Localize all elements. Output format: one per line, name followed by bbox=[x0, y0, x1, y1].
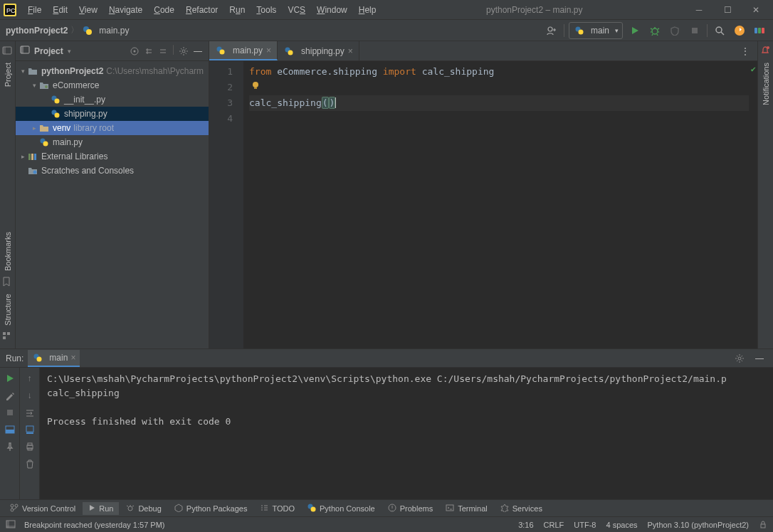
tree-root-hint: C:\Users\mshah\Pycharm bbox=[106, 66, 204, 76]
tree-external-libs[interactable]: ▸ External Libraries bbox=[16, 149, 209, 164]
scroll-to-end-icon[interactable] bbox=[22, 422, 38, 437]
modify-run-config-icon[interactable] bbox=[2, 388, 18, 403]
tool-debug[interactable]: Debug bbox=[120, 501, 167, 516]
menu-navigate[interactable]: Navigate bbox=[104, 3, 147, 17]
stop-button[interactable] bbox=[687, 23, 703, 38]
tree-root[interactable]: ▾ pythonProject2 C:\Users\mshah\Pycharm bbox=[16, 64, 209, 78]
lock-icon[interactable] bbox=[759, 520, 767, 530]
file-encoding[interactable]: UTF-8 bbox=[574, 521, 596, 529]
hide-panel-icon[interactable]: — bbox=[191, 45, 204, 58]
menu-run[interactable]: Run bbox=[224, 3, 250, 17]
tree-ecommerce[interactable]: ▾ eCommerce bbox=[16, 78, 209, 92]
breadcrumb-project[interactable]: pythonProject2 bbox=[6, 26, 68, 36]
left-tool-gutter: Project Bookmarks Structure bbox=[0, 41, 16, 349]
left-gutter-bookmarks[interactable]: Bookmarks bbox=[4, 228, 12, 275]
minimize-button[interactable]: ─ bbox=[688, 1, 710, 18]
tree-main-label: main.py bbox=[53, 137, 83, 147]
add-user-icon[interactable] bbox=[544, 23, 559, 38]
close-icon[interactable]: × bbox=[266, 46, 271, 55]
run-config-selector[interactable]: main bbox=[569, 22, 623, 39]
ide-update-icon[interactable] bbox=[732, 23, 747, 38]
breadcrumb-file[interactable]: main.py bbox=[82, 25, 129, 36]
menu-tools[interactable]: Tools bbox=[251, 3, 281, 17]
menu-vcs[interactable]: VCS bbox=[283, 3, 310, 17]
tree-shipping-py[interactable]: shipping.py bbox=[16, 107, 209, 121]
select-opened-file-icon[interactable] bbox=[128, 45, 141, 58]
run-config-label: main bbox=[591, 26, 609, 36]
tool-label: Terminal bbox=[458, 504, 488, 513]
chevron-down-icon[interactable]: ▾ bbox=[19, 68, 27, 75]
menu-view[interactable]: View bbox=[74, 3, 102, 17]
line-separator[interactable]: CRLF bbox=[544, 521, 564, 529]
editor-marker-bar[interactable]: ✔ bbox=[749, 61, 757, 349]
hide-panel-icon[interactable]: — bbox=[752, 351, 767, 366]
menu-file[interactable]: File bbox=[23, 3, 46, 17]
project-tree[interactable]: ▾ pythonProject2 C:\Users\mshah\Pycharm … bbox=[16, 61, 209, 349]
interpreter[interactable]: Python 3.10 (pythonProject2) bbox=[648, 521, 749, 529]
menu-edit[interactable]: Edit bbox=[48, 3, 73, 17]
tab-options-icon[interactable]: ⋮ bbox=[737, 43, 753, 59]
close-button[interactable]: ✕ bbox=[745, 1, 767, 18]
tree-main-py[interactable]: main.py bbox=[16, 135, 209, 149]
code-editor[interactable]: 1 2 3 4 from eCommerce.shipping import c… bbox=[209, 61, 757, 349]
tool-windows-icon[interactable] bbox=[6, 519, 16, 531]
project-gutter-icon[interactable] bbox=[2, 46, 14, 57]
close-icon[interactable]: × bbox=[348, 46, 353, 56]
inspection-ok-icon[interactable]: ✔ bbox=[751, 64, 756, 74]
bell-icon[interactable] bbox=[760, 46, 772, 57]
run-tab-main[interactable]: main × bbox=[28, 350, 80, 367]
pin-icon[interactable] bbox=[2, 439, 18, 454]
maximize-button[interactable]: ☐ bbox=[716, 1, 739, 18]
console-output[interactable]: C:\Users\mshah\PycharmProjects\pythonPro… bbox=[40, 368, 773, 499]
stop-icon[interactable] bbox=[2, 405, 18, 420]
close-icon[interactable]: × bbox=[70, 353, 75, 363]
tree-scratches[interactable]: Scratches and Consoles bbox=[16, 164, 209, 178]
right-gutter-notifications[interactable]: Notifications bbox=[762, 58, 770, 110]
tool-services[interactable]: Services bbox=[495, 501, 548, 516]
chevron-down-icon[interactable]: ▾ bbox=[30, 82, 38, 89]
coverage-button[interactable] bbox=[667, 23, 683, 38]
chevron-right-icon[interactable]: ▸ bbox=[30, 124, 38, 132]
bookmark-icon[interactable] bbox=[2, 277, 14, 288]
indent-setting[interactable]: 4 spaces bbox=[606, 521, 637, 529]
tool-python-packages[interactable]: Python Packages bbox=[169, 501, 253, 516]
expand-all-icon[interactable] bbox=[142, 45, 155, 58]
tool-run[interactable]: Run bbox=[83, 502, 119, 515]
tool-python-console[interactable]: Python Console bbox=[302, 501, 381, 516]
run-button[interactable] bbox=[627, 23, 643, 38]
menu-code[interactable]: Code bbox=[149, 3, 179, 17]
layout-icon[interactable] bbox=[2, 422, 18, 437]
menu-window[interactable]: Window bbox=[312, 3, 352, 17]
settings-icon[interactable] bbox=[732, 351, 747, 366]
debug-button[interactable] bbox=[647, 23, 663, 38]
svg-point-27 bbox=[55, 99, 60, 104]
left-gutter-structure[interactable]: Structure bbox=[4, 289, 12, 330]
tool-todo[interactable]: TODO bbox=[254, 501, 300, 516]
ide-features-icon[interactable] bbox=[752, 23, 767, 38]
menu-refactor[interactable]: Refactor bbox=[181, 3, 223, 17]
down-icon[interactable]: ↓ bbox=[22, 388, 38, 403]
tree-init-py[interactable]: __init__.py bbox=[16, 92, 209, 107]
tool-problems[interactable]: Problems bbox=[382, 501, 438, 516]
menu-help[interactable]: Help bbox=[354, 3, 382, 17]
up-icon[interactable]: ↑ bbox=[22, 371, 38, 386]
tab-main-py[interactable]: main.py × bbox=[209, 41, 278, 60]
rerun-icon[interactable] bbox=[2, 371, 18, 386]
structure-icon[interactable] bbox=[2, 331, 14, 343]
tool-terminal[interactable]: Terminal bbox=[440, 501, 493, 516]
settings-icon[interactable] bbox=[177, 45, 190, 58]
dropdown-icon[interactable]: ▾ bbox=[68, 48, 71, 55]
search-icon[interactable] bbox=[712, 23, 727, 38]
print-icon[interactable] bbox=[22, 439, 38, 454]
soft-wrap-icon[interactable] bbox=[22, 405, 38, 420]
delete-icon[interactable] bbox=[22, 456, 38, 472]
code-content[interactable]: from eCommerce.shipping import calc_ship… bbox=[243, 61, 749, 349]
tree-venv[interactable]: ▸ venv library root bbox=[16, 121, 209, 135]
tab-shipping-py[interactable]: shipping.py × bbox=[278, 41, 359, 60]
intention-bulb-icon[interactable] bbox=[251, 80, 261, 90]
collapse-all-icon[interactable] bbox=[157, 45, 169, 58]
tool-version-control[interactable]: Version Control bbox=[4, 501, 81, 516]
caret-position[interactable]: 3:16 bbox=[518, 521, 533, 529]
chevron-right-icon[interactable]: ▸ bbox=[19, 153, 27, 160]
left-gutter-project[interactable]: Project bbox=[4, 58, 12, 91]
